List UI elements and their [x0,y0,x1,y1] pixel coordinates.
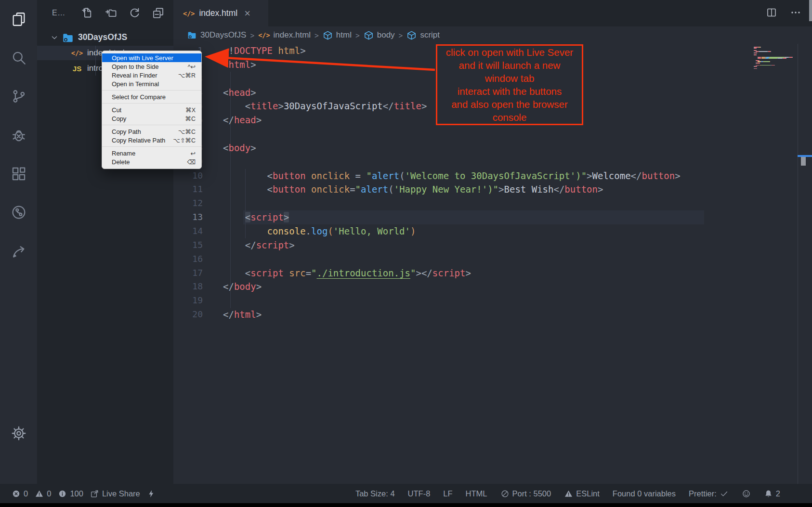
breadcrumb-script[interactable]: script [406,30,440,40]
breadcrumb-body[interactable]: body [364,30,395,40]
tab-label: index.html [199,8,237,18]
breadcrumb-html[interactable]: html [323,30,352,40]
explorer-actions [81,6,165,21]
tab-index-html[interactable]: </> index.html × [173,0,268,26]
breadcrumb-separator: > [314,31,319,39]
html-code-icon: </> [258,31,270,39]
status-eol[interactable]: LF [443,489,452,498]
breadcrumb-separator: > [399,31,403,39]
status-problems-errors[interactable]: 0 [12,489,28,498]
status-label: UTF-8 [408,489,431,498]
menu-item-select-for-compare[interactable]: Select for Compare [102,92,201,101]
tree-root-folder[interactable]: 30DaysOfJS [37,29,173,46]
status-tab-size[interactable]: Tab Size: 4 [355,489,395,498]
code-line [223,252,681,266]
symbol-cube-icon [406,30,417,40]
settings-gear-icon[interactable] [0,420,37,447]
new-file-icon[interactable] [81,6,94,21]
menu-item-reveal-in-finder[interactable]: Reveal in Finder⌥⌘R [102,71,201,79]
minimap[interactable] [754,47,796,69]
error-circle-icon [12,489,21,498]
chevron-down-icon [50,33,59,42]
status-prettier[interactable]: Prettier: [689,489,729,498]
menu-item-copy-relative-path[interactable]: Copy Relative Path⌥⇧⌘C [102,136,201,144]
more-actions-icon[interactable] [790,7,801,20]
status-label: Found 0 variables [613,489,676,498]
status-bar: 00100Live Share Tab Size: 4UTF-8LFHTMLPo… [0,484,812,503]
symbol-cube-icon [323,30,333,40]
menu-separator [102,90,201,91]
window-bottom-edge [0,503,812,507]
new-folder-icon[interactable] [105,6,118,21]
status-problems-warnings[interactable]: 0 [35,489,51,498]
line-number: 10 [173,169,203,183]
source-control-icon[interactable] [0,83,37,110]
code-line [223,127,681,141]
tab-bar: </> index.html × [173,0,812,26]
line-number: 15 [173,238,203,252]
menu-item-copy[interactable]: Copy⌘C [102,114,201,123]
menu-item-open-with-live-server[interactable]: Open with Live Server [102,53,201,62]
status-label: Port : 5500 [512,489,551,498]
symbol-cube-icon [364,30,374,40]
folder-icon [62,32,74,43]
search-icon[interactable] [0,44,37,71]
status-problems-info[interactable]: 100 [58,489,83,498]
live-share-icon[interactable] [0,199,37,226]
explorer-title: E… [52,9,65,17]
menu-item-open-in-terminal[interactable]: Open in Terminal [102,79,201,88]
breadcrumbs: 30DaysOfJS></>index.html>html>body>scrip… [173,26,812,44]
menu-item-cut[interactable]: Cut⌘X [102,105,201,114]
explorer-header: E… [37,0,173,26]
status-label: Prettier: [689,489,717,498]
menu-item-rename[interactable]: Rename↩ [102,149,201,157]
menu-item-copy-path[interactable]: Copy Path⌥⌘C [102,127,201,136]
menu-item-delete[interactable]: Delete⌫ [102,157,201,166]
status-label: ESLint [576,489,600,498]
status-live-share[interactable]: Live Share [90,489,140,498]
status-eslint[interactable]: ESLint [564,489,600,498]
refresh-explorer-icon[interactable] [128,6,141,21]
status-label: LF [443,489,452,498]
overview-ruler-border [798,44,798,484]
explorer-icon[interactable] [0,6,37,33]
collapse-folders-icon[interactable] [152,6,165,21]
extensions-icon[interactable] [0,160,37,187]
breadcrumb-label: script [420,30,440,40]
status-encoding[interactable]: UTF-8 [408,489,431,498]
breadcrumb-index-html[interactable]: </>index.html [258,30,311,40]
lightning-icon [147,489,156,498]
menu-separator [102,146,201,147]
status-language-mode[interactable]: HTML [466,489,487,498]
scrollbar-thumb[interactable] [801,157,806,166]
split-editor-icon[interactable] [766,7,777,20]
run-debug-icon[interactable] [0,122,37,149]
menu-item-open-to-the-side[interactable]: Open to the Side^↩ [102,62,201,71]
annotation-text-line: window tab [437,72,582,85]
line-number: 13 [173,210,203,224]
annotation-text-line: interact with the buttons [437,85,582,98]
code-line: <button onclick="alert('Happy New Year!'… [223,182,681,196]
line-number: 17 [173,266,203,280]
status-feedback-smiley[interactable] [742,489,751,498]
breadcrumb-separator: > [355,31,360,39]
breadcrumb-30daysofjs[interactable]: 30DaysOfJS [187,30,246,40]
smiley-icon [742,489,751,498]
line-number: 16 [173,252,203,266]
status-label: 0 [47,489,51,498]
warning-triangle-icon [35,489,44,498]
status-live-server-port[interactable]: Port : 5500 [500,489,551,498]
publish-icon[interactable] [0,238,37,265]
status-label: Live Share [102,489,140,498]
code-line: console.log('Hello, World') [223,224,681,238]
js-file-icon: JS [70,65,84,73]
status-lightning[interactable] [147,489,156,498]
status-label: 100 [70,489,83,498]
status-notifications-bell[interactable]: 2 [764,489,780,498]
status-found-variables[interactable]: Found 0 variables [613,489,676,498]
tab-close-icon[interactable]: × [244,9,250,18]
context-menu: Open with Live ServerOpen to the Side^↩R… [102,51,202,169]
check-icon [720,489,729,498]
code-line: </script> [223,238,681,252]
menu-separator [102,125,201,125]
